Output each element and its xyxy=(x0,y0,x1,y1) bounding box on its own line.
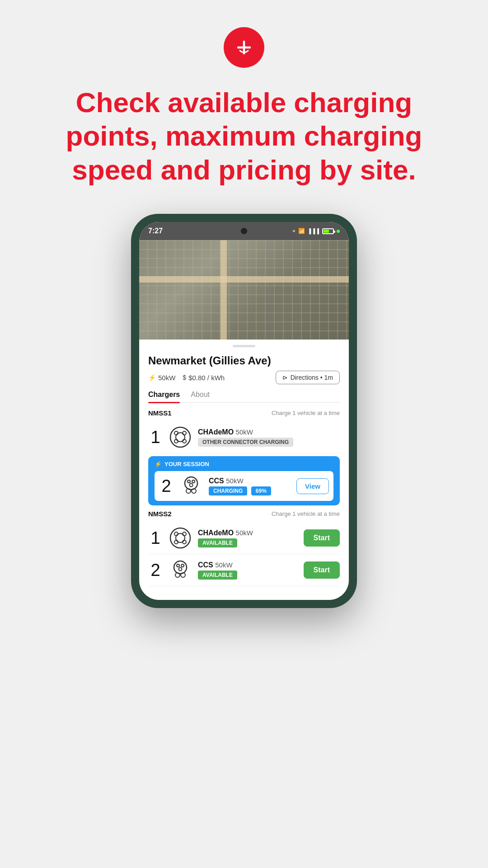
status-bar: 7:27 ⌖ 📶 ▐▐▐ xyxy=(139,222,349,240)
charger-nmss1-1-info: CHAdeMO 50kW OTHER CONNECTOR CHARGING xyxy=(198,428,340,447)
map-road-horizontal xyxy=(139,276,349,283)
station-nmss1: NMSS1 Charge 1 vehicle at a time 1 xyxy=(148,409,340,505)
session-banner: ⚡ YOUR SESSION xyxy=(155,461,333,467)
start-nmss2-2-button[interactable]: Start xyxy=(304,561,340,579)
session-lightning-icon: ⚡ xyxy=(155,461,162,467)
svg-point-4 xyxy=(176,433,185,442)
power-meta: ⚡ 50kW xyxy=(148,374,175,382)
sheet-drag-handle[interactable] xyxy=(233,345,255,347)
phone-mockup: 7:27 ⌖ 📶 ▐▐▐ xyxy=(131,214,357,608)
svg-point-16 xyxy=(176,533,185,542)
detail-tabs: Chargers About xyxy=(148,391,340,403)
station-name: Newmarket (Gillies Ave) xyxy=(148,354,340,367)
station-nmss1-header: NMSS1 Charge 1 vehicle at a time xyxy=(148,409,340,417)
start-nmss2-1-button[interactable]: Start xyxy=(304,529,340,547)
connected-dot xyxy=(337,230,340,233)
lightning-icon: ⚡ xyxy=(148,374,156,381)
tab-chargers[interactable]: Chargers xyxy=(148,391,180,402)
charger-nmss2-1-type: CHAdeMO xyxy=(198,529,234,537)
charger-nmss2-1: 1 CHAdeMO 50kW AVAILABLE xyxy=(148,522,340,554)
battery-icon xyxy=(322,228,334,234)
charger-nmss2-1-status: AVAILABLE xyxy=(198,538,237,547)
svg-point-12 xyxy=(190,484,193,487)
charger-nmss1-1-number: 1 xyxy=(148,428,163,447)
view-session-button[interactable]: View xyxy=(296,478,329,494)
price-value: $0.80 / kWh xyxy=(188,374,225,382)
connector-chademo-icon xyxy=(169,426,192,448)
camera-notch xyxy=(241,228,247,234)
charger-nmss1-2-power-val: 50kW xyxy=(226,477,243,485)
phone-screen: 7:27 ⌖ 📶 ▐▐▐ xyxy=(139,222,349,600)
power-value: 50kW xyxy=(158,374,175,382)
signal-icon: ▐▐▐ xyxy=(308,228,319,234)
directions-nav-icon: ⊳ xyxy=(282,374,288,381)
map-road-vertical xyxy=(221,240,227,340)
map-view[interactable] xyxy=(139,240,349,340)
station-nmss2: NMSS2 Charge 1 vehicle at a time 1 xyxy=(148,510,340,586)
charger-nmss1-1: 1 CHAdeMO 50kW OTHER CONNE xyxy=(148,421,340,453)
charger-nmss1-1-power-val: 50kW xyxy=(236,428,253,436)
status-time: 7:27 xyxy=(148,227,163,235)
charger-nmss2-2: 2 CCS 50kW AVAILABLE xyxy=(148,554,340,586)
station-nmss2-capacity: Charge 1 vehicle at a time xyxy=(272,510,340,517)
charger-nmss2-2-info: CCS 50kW AVAILABLE xyxy=(198,561,297,580)
charger-nmss1-2-info: CCS 50kW CHARGING 69% xyxy=(209,477,290,495)
directions-button[interactable]: ⊳ Directions • 1m xyxy=(276,371,340,384)
svg-point-23 xyxy=(181,564,184,567)
directions-label: Directions • 1m xyxy=(291,374,333,381)
connector-chademo-2-icon xyxy=(169,527,192,549)
charger-nmss1-1-type: CHAdeMO xyxy=(198,428,234,436)
page-headline: Check available charging points, maximum… xyxy=(41,86,447,187)
gps-icon: ⌖ xyxy=(292,228,296,234)
station-nmss1-id: NMSS1 xyxy=(148,409,172,417)
station-nmss2-id: NMSS2 xyxy=(148,510,172,518)
price-meta: $ $0.80 / kWh xyxy=(183,374,225,382)
session-label-text: YOUR SESSION xyxy=(164,461,209,467)
charger-nmss2-1-power-val: 50kW xyxy=(236,529,253,537)
charger-nmss2-2-status: AVAILABLE xyxy=(198,571,237,580)
svg-point-15 xyxy=(170,528,190,548)
svg-point-3 xyxy=(170,427,190,447)
svg-point-22 xyxy=(177,564,179,567)
charger-nmss1-2-session: ⚡ YOUR SESSION 2 xyxy=(148,456,340,505)
charger-nmss1-2-number: 2 xyxy=(159,476,174,496)
svg-point-24 xyxy=(179,568,182,571)
app-logo-icon xyxy=(224,27,264,68)
charger-nmss2-2-power-val: 50kW xyxy=(215,561,232,569)
station-nmss2-header: NMSS2 Charge 1 vehicle at a time xyxy=(148,510,340,518)
station-meta: ⚡ 50kW $ $0.80 / kWh ⊳ Directions • 1m xyxy=(148,371,340,384)
wifi-icon: 📶 xyxy=(298,228,305,234)
charger-nmss1-2-percent: 69% xyxy=(251,486,271,495)
svg-point-11 xyxy=(192,480,195,483)
charger-nmss2-1-number: 1 xyxy=(148,528,163,548)
svg-point-10 xyxy=(188,480,190,483)
session-inner-row: 2 CCS 50kW xyxy=(155,471,333,501)
station-detail-sheet: Newmarket (Gillies Ave) ⚡ 50kW $ $0.80 /… xyxy=(139,340,349,600)
charger-nmss1-2-type: CCS xyxy=(209,477,224,485)
charger-nmss2-2-type: CCS xyxy=(198,561,213,569)
charger-nmss1-1-status: OTHER CONNECTOR CHARGING xyxy=(198,438,293,447)
charger-nmss2-2-number: 2 xyxy=(148,561,163,580)
battery-fill xyxy=(324,230,329,233)
connector-ccs-icon xyxy=(180,475,202,497)
status-icons: ⌖ 📶 ▐▐▐ xyxy=(292,228,340,234)
station-nmss1-capacity: Charge 1 vehicle at a time xyxy=(272,410,340,416)
tab-about[interactable]: About xyxy=(191,391,210,402)
charger-nmss1-2-status: CHARGING xyxy=(209,486,247,495)
connector-ccs-2-icon xyxy=(169,559,192,581)
dollar-icon: $ xyxy=(183,374,186,381)
charger-nmss2-1-info: CHAdeMO 50kW AVAILABLE xyxy=(198,529,297,547)
